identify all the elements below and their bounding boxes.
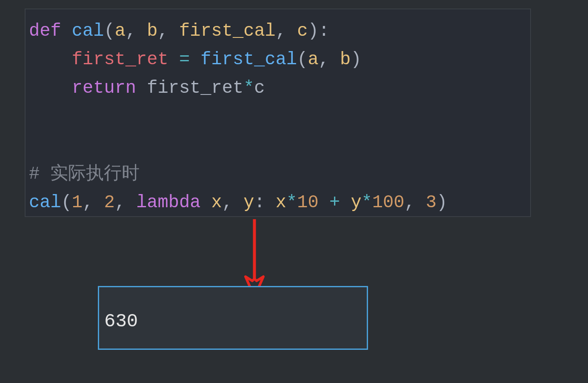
- num-1: 1: [72, 192, 83, 213]
- comma: ,: [83, 192, 104, 213]
- arg-b: b: [340, 49, 351, 70]
- lparen: (: [104, 21, 114, 41]
- expr-x: x: [276, 192, 286, 213]
- param-a: a: [115, 21, 126, 41]
- lparen: (: [61, 192, 72, 213]
- comma: ,: [158, 21, 179, 41]
- var-first-ret: first_ret: [147, 78, 243, 98]
- kw-lambda: lambda: [136, 192, 200, 213]
- comma: ,: [276, 21, 297, 41]
- kw-def: def: [29, 21, 61, 41]
- rparen: ): [351, 49, 361, 70]
- expr-y: y: [351, 192, 361, 213]
- indent: [29, 49, 72, 70]
- lambda-y: y: [243, 192, 254, 213]
- output-box: 630: [98, 286, 368, 350]
- num-3: 3: [426, 192, 437, 213]
- comma: ,: [319, 49, 340, 70]
- colon: :: [254, 192, 275, 213]
- num-100: 100: [372, 192, 405, 213]
- lparen: (: [297, 49, 308, 70]
- op-star: *: [243, 78, 254, 98]
- comma: ,: [222, 192, 243, 213]
- output-value: 630: [104, 311, 138, 332]
- kw-return: return: [72, 78, 136, 98]
- indent: [29, 78, 72, 98]
- arg-a: a: [308, 49, 318, 70]
- comma: ,: [404, 192, 425, 213]
- op-eq: =: [179, 49, 190, 70]
- func-name: cal: [72, 21, 104, 41]
- param-c: c: [297, 21, 308, 41]
- param-first-cal: first_cal: [179, 21, 276, 41]
- comma: ,: [115, 192, 136, 213]
- op-plus: +: [329, 192, 340, 213]
- rparen: ): [437, 192, 447, 213]
- num-10: 10: [297, 192, 318, 213]
- call-cal: cal: [29, 192, 61, 213]
- param-b: b: [147, 21, 157, 41]
- num-2: 2: [104, 192, 114, 213]
- rparen-colon: ):: [308, 21, 329, 41]
- var-c: c: [254, 78, 265, 98]
- code-block: def cal(a, b, first_cal, c): first_ret =…: [25, 9, 531, 217]
- comment: # 实际执行时: [29, 164, 140, 184]
- op-star: *: [286, 192, 297, 213]
- op-star: *: [362, 192, 372, 213]
- comma: ,: [126, 21, 147, 41]
- lambda-x: x: [211, 192, 222, 213]
- call-first-cal: first_cal: [200, 49, 297, 70]
- var-first-ret: first_ret: [72, 49, 168, 70]
